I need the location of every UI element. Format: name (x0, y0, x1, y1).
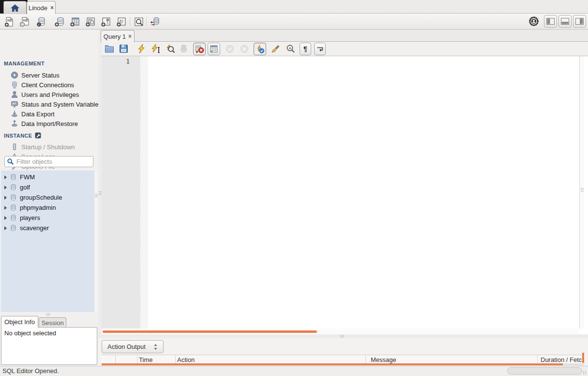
sidebar-item-users-privileges[interactable]: Users and Privileges (0, 90, 98, 99)
open-script-icon[interactable] (105, 45, 114, 53)
schema-item-fwm[interactable]: FWM (1, 172, 94, 182)
home-icon (10, 4, 20, 12)
rollback-icon[interactable] (240, 45, 249, 53)
sidebar-item-server-status[interactable]: Server Status (0, 70, 98, 80)
column-header-message[interactable]: Message (371, 356, 396, 363)
editor-vertical-scrollbar[interactable] (579, 56, 584, 329)
expander-icon[interactable] (4, 206, 7, 210)
explain-icon[interactable] (165, 44, 175, 54)
tab-object-info[interactable]: Object Info (1, 316, 38, 328)
search-icon (7, 158, 14, 165)
tab-session[interactable]: Session (39, 317, 66, 328)
user-icon (11, 91, 18, 98)
expander-icon[interactable] (4, 226, 7, 230)
schema-item-phpmyadmin[interactable]: phpmyadmin (1, 203, 94, 213)
object-info-panel: No object selected (1, 327, 97, 365)
sql-editor-textarea[interactable] (148, 56, 579, 329)
schema-db-icon (10, 214, 17, 221)
column-header-duration-fetch[interactable]: Duration / Fetch (541, 356, 584, 363)
new-sql-tab-icon[interactable]: SQL (4, 16, 15, 27)
toggle-left-sidebar-button[interactable] (544, 15, 557, 28)
schema-list-scrollbar[interactable] (94, 171, 98, 312)
connection-tab-label: Linode (29, 4, 47, 12)
code-folding-margin (140, 56, 148, 329)
beautify-icon[interactable] (271, 45, 281, 53)
create-view-icon[interactable] (85, 16, 96, 27)
horizontal-splitter[interactable] (98, 334, 588, 338)
search-table-data-icon[interactable] (134, 16, 144, 27)
line-number-gutter (102, 56, 140, 329)
autocommit-icon (256, 45, 265, 54)
create-function-icon[interactable]: f() (116, 16, 127, 27)
query-tab-label: Query 1 (104, 33, 126, 40)
create-table-icon[interactable] (70, 16, 80, 27)
stop-icon[interactable] (179, 44, 189, 54)
toolbar-separator (146, 16, 147, 26)
schema-item-scavenger[interactable]: scavenger (1, 223, 94, 233)
resize-grip-icon[interactable] (583, 371, 587, 375)
column-header-time[interactable]: Time (139, 356, 152, 363)
schema-item-groupschedule[interactable]: groupSchedule (1, 192, 94, 203)
monitor-graph-icon (11, 100, 18, 108)
toolbar-separator (130, 16, 130, 26)
schema-item-players[interactable]: players (1, 213, 94, 223)
svg-text:SQL: SQL (23, 19, 29, 22)
create-routine-icon[interactable] (101, 16, 111, 27)
schema-db-icon (10, 184, 17, 191)
toggle-right-sidebar-button[interactable] (573, 15, 586, 28)
server-status-icon (11, 71, 18, 79)
sidebar-item-status-system-variables[interactable]: Status and System Variables (0, 99, 98, 109)
output-view-selector[interactable]: Action Output (102, 340, 164, 353)
import-arrow-icon (11, 120, 18, 127)
schema-inspector-icon[interactable]: i (36, 16, 47, 27)
sidebar-item-data-import-restore[interactable]: Data Import/Restore (0, 119, 98, 128)
reconnect-dbms-icon[interactable] (149, 16, 161, 28)
commit-icon[interactable] (226, 45, 234, 53)
expander-icon[interactable] (4, 186, 7, 189)
close-tab-icon[interactable]: × (50, 5, 54, 10)
toggle-autocommit-button[interactable] (254, 43, 266, 55)
svg-text:A: A (289, 46, 292, 50)
save-script-icon[interactable] (119, 44, 128, 53)
find-icon[interactable]: A (286, 44, 295, 54)
schema-db-icon (10, 194, 17, 201)
home-tab[interactable] (3, 1, 27, 14)
show-invisibles-button[interactable]: ¶ (300, 43, 311, 55)
connection-tab-linode[interactable]: Linode × (27, 1, 56, 14)
expander-icon[interactable] (4, 175, 7, 179)
schema-item-golf[interactable]: golf (1, 182, 94, 192)
expander-icon[interactable] (4, 196, 7, 200)
svg-text:SQL: SQL (7, 19, 13, 22)
vertical-splitter[interactable] (98, 30, 102, 366)
sidebar-item-label: Users and Privileges (21, 91, 79, 98)
execute-icon[interactable] (137, 44, 146, 54)
sidebar-item-data-export[interactable]: Data Export (0, 109, 98, 119)
expander-icon[interactable] (4, 216, 7, 220)
close-query-tab-icon[interactable]: × (128, 34, 132, 39)
output-horizontal-scrollbar[interactable] (102, 363, 584, 365)
toggle-stop-on-error-button[interactable] (193, 43, 206, 55)
sidebar-splitter-grip[interactable] (46, 313, 50, 316)
schema-filter-input[interactable] (15, 157, 103, 166)
limit-rows-button[interactable] (208, 43, 220, 55)
column-header-action[interactable]: Action (177, 356, 195, 363)
sidebar-item-label: Status and System Variables (21, 101, 98, 108)
execute-current-statement-icon[interactable] (151, 44, 161, 54)
output-vscroll-thumb[interactable] (582, 353, 584, 363)
status-progress-area (507, 367, 582, 375)
schema-name: groupSchedule (20, 194, 62, 201)
sidebar-item-label: Server Status (21, 72, 60, 79)
limit-rows-icon (210, 45, 218, 53)
sidebar-item-startup-shutdown[interactable]: Startup / Shutdown (0, 142, 98, 152)
create-schema-icon[interactable] (54, 16, 65, 27)
toggle-word-wrap-button[interactable] (314, 43, 326, 55)
sidebar-item-label: Data Export (21, 110, 55, 118)
editor-hscroll-thumb[interactable] (103, 330, 317, 333)
schema-name: FWM (20, 173, 35, 181)
preferences-gear-icon[interactable] (528, 16, 539, 27)
open-sql-script-icon[interactable]: SQL (19, 16, 30, 27)
tab-query-1[interactable]: Query 1 × (101, 30, 135, 42)
sidebar-item-client-connections[interactable]: Client Connections (0, 80, 98, 90)
output-hscroll-thumb[interactable] (102, 363, 563, 365)
toggle-bottom-panel-button[interactable] (558, 15, 572, 28)
